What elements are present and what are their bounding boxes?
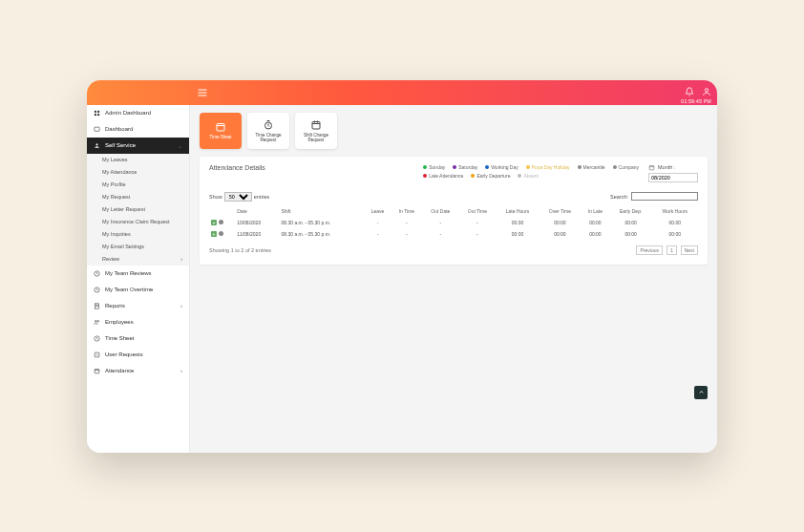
th-outtime[interactable]: Out Time: [459, 205, 497, 217]
svg-point-15: [95, 320, 96, 322]
sub-my-insurance-claim[interactable]: My Insurance Claim Request: [87, 216, 189, 228]
search-label: Search:: [610, 194, 628, 200]
svg-rect-19: [95, 369, 99, 372]
sidebar-item-label: Dashboard: [105, 126, 133, 132]
svg-rect-24: [312, 121, 320, 129]
sidebar-item-label: Time Sheet: [105, 335, 134, 341]
chevron-right-icon: ›: [180, 303, 182, 309]
th-workhours[interactable]: Work Hours: [651, 205, 698, 217]
sidebar-item-label: My Team Overtime: [105, 287, 153, 292]
sub-my-letter-request[interactable]: My Letter Request: [87, 203, 189, 216]
table-row: + 10/08/202008.30 a.m. - 05.30 p.m. -- -…: [209, 217, 698, 228]
sidebar-item-admin-dashboard[interactable]: Admin Dashboard: [87, 105, 189, 121]
sidebar-item-team-reviews[interactable]: My Team Reviews: [87, 266, 189, 282]
panel-title: Attendance Details: [209, 164, 265, 171]
sidebar-item-dashboard[interactable]: Dashboard: [87, 121, 189, 138]
card-label: Time Sheet: [210, 135, 232, 139]
chevron-down-icon: ⌄: [178, 142, 182, 149]
dot-working: [485, 165, 489, 169]
sub-my-inquiries[interactable]: My Inquiries: [87, 228, 189, 241]
dot-poya: [526, 165, 530, 169]
dot-company: [613, 165, 617, 169]
card-shift-change-request[interactable]: Shift Change Request: [295, 113, 337, 149]
th-date[interactable]: Date: [235, 205, 279, 217]
th-earlydep[interactable]: Early Dep.: [610, 205, 652, 217]
pager-prev[interactable]: Previous: [636, 245, 662, 255]
sub-my-leaves[interactable]: My Leaves: [87, 154, 189, 166]
sidebar-item-label: Attendance: [105, 368, 134, 373]
sidebar-item-label: Employees: [105, 319, 134, 325]
dot-mercantile: [578, 165, 582, 169]
legend: Sunday Saturday Working Day Poya Day Hol…: [423, 164, 639, 181]
attendance-panel: Attendance Details Sunday Saturday Worki…: [200, 157, 708, 265]
menu-toggle[interactable]: [190, 80, 215, 105]
sidebar-item-team-overtime[interactable]: My Team Overtime: [87, 282, 189, 298]
dot-saturday: [453, 165, 456, 169]
attendance-table: Date Shift Leave In Time Out Date Out Ti…: [209, 205, 698, 240]
table-row: + 11/08/202008.30 a.m. - 05.30 p.m. -- -…: [209, 228, 698, 240]
status-dot: [219, 231, 223, 236]
sub-review[interactable]: Review›: [87, 253, 189, 266]
top-bar: 01:59:45 PM: [87, 80, 717, 105]
search-input[interactable]: [631, 192, 698, 201]
svg-rect-4: [95, 110, 96, 112]
header-clock: 01:59:45 PM: [681, 98, 711, 104]
svg-rect-5: [97, 110, 99, 112]
th-shift[interactable]: Shift: [280, 205, 365, 217]
chevron-right-icon: ›: [180, 256, 182, 262]
sidebar-item-label: Self Service: [105, 142, 136, 148]
card-time-change-request[interactable]: Time Change Request: [247, 113, 289, 149]
svg-point-3: [705, 88, 708, 91]
show-post: entries: [254, 194, 270, 200]
sidebar-item-user-requests[interactable]: User Requests: [87, 347, 189, 363]
scroll-top-button[interactable]: [694, 386, 708, 399]
pager-page[interactable]: 1: [666, 245, 677, 255]
th-overtime[interactable]: Over Time: [540, 205, 581, 217]
svg-point-9: [96, 143, 98, 145]
month-picker: Month :: [648, 164, 698, 182]
calendar-icon: [648, 164, 655, 171]
sub-my-email-settings[interactable]: My Email Settings: [87, 241, 189, 253]
card-label: Shift Change Request: [298, 133, 334, 142]
chevron-right-icon: ›: [180, 368, 182, 373]
sidebar-item-attendance[interactable]: Attendance ›: [87, 363, 189, 379]
sidebar-item-label: Admin Dashboard: [105, 110, 151, 116]
main-content: Time Sheet Time Change Request Shift Cha…: [190, 105, 717, 453]
th-inlate[interactable]: In Late: [581, 205, 610, 217]
month-input[interactable]: [648, 173, 698, 182]
page-size-select[interactable]: 50: [224, 192, 252, 202]
sub-my-request[interactable]: My Request: [87, 191, 189, 203]
sidebar-item-time-sheet[interactable]: Time Sheet: [87, 330, 189, 347]
svg-rect-6: [95, 114, 96, 116]
svg-rect-21: [217, 124, 224, 132]
sidebar-item-label: Reports: [105, 303, 125, 309]
sidebar-submenu: My Leaves My Attendance My Profile My Re…: [87, 154, 189, 266]
dot-absent: [518, 174, 521, 178]
sidebar: Admin Dashboard Dashboard Self Service ⌄…: [87, 105, 190, 453]
expand-row-icon[interactable]: +: [211, 220, 217, 225]
pager-next[interactable]: Next: [681, 245, 698, 255]
svg-rect-28: [649, 165, 654, 169]
svg-rect-8: [95, 127, 99, 131]
sidebar-item-reports[interactable]: Reports ›: [87, 298, 189, 314]
th-latehours[interactable]: Late Hours: [496, 205, 539, 217]
card-label: Time Change Request: [250, 133, 286, 142]
svg-rect-7: [97, 114, 99, 116]
sidebar-item-label: My Team Reviews: [105, 270, 152, 276]
show-pre: Show: [209, 194, 222, 200]
status-dot: [219, 220, 223, 224]
dot-early: [471, 174, 475, 178]
th-leave[interactable]: Leave: [364, 205, 391, 217]
expand-row-icon[interactable]: +: [211, 231, 217, 237]
table-info: Showing 1 to 2 of 2 entries: [209, 247, 271, 253]
th-outdate[interactable]: Out Date: [422, 205, 458, 217]
dot-late: [423, 174, 427, 178]
card-time-sheet[interactable]: Time Sheet: [200, 113, 242, 149]
sidebar-item-employees[interactable]: Employees: [87, 314, 189, 330]
sidebar-item-self-service[interactable]: Self Service ⌄: [87, 138, 189, 154]
sidebar-item-label: User Requests: [105, 351, 143, 357]
sub-my-attendance[interactable]: My Attendance: [87, 166, 189, 179]
sub-my-profile[interactable]: My Profile: [87, 179, 189, 191]
dot-sunday: [423, 165, 427, 169]
th-intime[interactable]: In Time: [391, 205, 423, 217]
